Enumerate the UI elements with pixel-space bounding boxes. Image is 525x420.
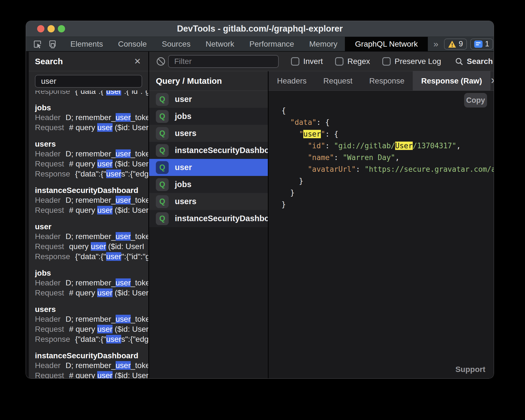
search-input[interactable] <box>35 75 142 88</box>
json-token: " <box>321 130 325 138</box>
query-row-users[interactable]: Qusers <box>149 125 268 142</box>
minimize-window-button[interactable] <box>47 25 55 32</box>
toolbar-search[interactable]: Search <box>455 57 493 66</box>
inspect-element-icon[interactable] <box>33 39 42 49</box>
search-result-line[interactable]: HeaderD; remember_user_token=e <box>35 149 148 159</box>
messages-badge[interactable]: 1 <box>470 39 493 50</box>
json-line: } <box>281 175 494 187</box>
json-line: "id": "gid://gitlab/User/13704317", <box>281 140 494 152</box>
result-text: ($id: UserI <box>113 159 148 168</box>
search-result-label: Header <box>35 361 61 370</box>
filter-toolbar: Invert Regex Preserve Log <box>149 52 494 71</box>
query-row-user[interactable]: Quser <box>149 91 268 108</box>
search-result-line[interactable]: HeaderD; remember_user_token=e <box>35 314 148 324</box>
devtools-tab-strip: ElementsConsoleSourcesNetworkPerformance… <box>26 37 494 52</box>
response-panel-close[interactable]: ✕ <box>490 71 494 90</box>
result-text: _token=e <box>131 232 148 241</box>
json-token: , <box>456 142 461 150</box>
search-result-label: Request <box>35 371 64 378</box>
search-result-line[interactable]: HeaderD; remember_user_token=e <box>35 232 148 242</box>
close-window-button[interactable] <box>37 25 44 32</box>
json-match-highlight: user <box>303 130 321 138</box>
search-result-line[interactable]: Response{"data":{"user":{"id":"gid <box>35 252 148 262</box>
query-row-instanceSecurityDashboard[interactable]: QinstanceSecurityDashboard <box>149 210 268 227</box>
result-text: query <box>69 242 91 251</box>
json-token: } <box>281 200 286 209</box>
invert-label: Invert <box>303 57 323 66</box>
query-row-jobs[interactable]: Qjobs <box>149 176 268 193</box>
preserve-log-checkbox[interactable] <box>382 57 391 66</box>
search-result-line[interactable]: HeaderD; remember_user_token=e <box>35 113 148 123</box>
response-tabs: HeadersRequestResponseResponse (Raw) ✕ <box>269 71 494 91</box>
search-result-line[interactable]: Request# query user ($id: UserI <box>35 324 148 334</box>
json-token: "data" <box>290 118 316 127</box>
tab-performance[interactable]: Performance <box>242 37 302 51</box>
response-tab-headers[interactable]: Headers <box>269 71 315 90</box>
json-token: } <box>281 177 303 185</box>
search-result-line[interactable]: Response{"data":{"user":{"id":"gid <box>35 90 148 96</box>
json-token: { <box>325 118 330 127</box>
search-result-line[interactable]: Request# query user ($id: UserI <box>35 123 148 133</box>
query-row-label: users <box>175 129 196 138</box>
tab-graphql-network[interactable]: GraphQL Network <box>345 37 428 51</box>
search-result-line[interactable]: Request# query user ($id: UserI <box>35 205 148 215</box>
query-mutation-panel: Query / Mutation QuserQjobsQusersQinstan… <box>149 71 268 378</box>
device-toolbar-icon[interactable] <box>48 39 57 49</box>
search-result-line[interactable]: HeaderD; remember_user_token=e <box>35 278 148 288</box>
json-token: : <box>356 165 364 173</box>
json-token: , <box>395 153 400 162</box>
message-count: 1 <box>485 40 489 48</box>
query-row-user[interactable]: Quser <box>149 159 268 176</box>
search-result-line[interactable]: Response{"data":{"users":{"edges <box>35 169 148 179</box>
support-link[interactable]: Support <box>455 365 485 374</box>
search-result-line[interactable]: Request# query user ($id: UserI <box>35 371 148 378</box>
regex-checkbox-group: Regex <box>335 57 370 66</box>
json-token: " <box>299 130 304 138</box>
result-text: D; remember_ <box>66 149 116 158</box>
search-result-line[interactable]: HeaderD; remember_user_token=e <box>35 195 148 205</box>
search-result-line[interactable]: HeaderD; remember_user_token=e <box>35 361 148 371</box>
regex-checkbox[interactable] <box>335 57 343 66</box>
json-match-highlight: User <box>395 142 413 150</box>
tab-console[interactable]: Console <box>111 37 154 51</box>
search-result-label: Request <box>35 123 64 132</box>
tab-sources[interactable]: Sources <box>154 37 198 51</box>
result-text: _token=e <box>131 196 148 204</box>
result-text: s":{"edges <box>121 335 148 343</box>
warnings-badge[interactable]: 9 <box>444 39 467 50</box>
tab-memory[interactable]: Memory <box>302 37 345 51</box>
response-tab-response-raw-[interactable]: Response (Raw) <box>413 71 490 90</box>
search-panel-close-icon[interactable]: ✕ <box>134 57 141 66</box>
search-result-label: Request <box>35 325 64 333</box>
query-row-jobs[interactable]: Qjobs <box>149 108 268 125</box>
json-token: : <box>316 118 325 127</box>
query-row-users[interactable]: Qusers <box>149 193 268 210</box>
result-text: _token=e <box>131 361 148 370</box>
zoom-window-button[interactable] <box>58 25 65 32</box>
copy-button[interactable]: Copy <box>464 93 487 108</box>
response-tab-request[interactable]: Request <box>315 71 361 90</box>
main-content: Search ✕ Response{"data":{"user":{"id":"… <box>26 52 494 378</box>
search-result-line[interactable]: Response{"data":{"users":{"edges <box>35 334 148 344</box>
query-mutation-header: Query / Mutation <box>149 71 268 91</box>
tab-elements[interactable]: Elements <box>63 37 111 51</box>
match-highlight: user <box>106 90 121 96</box>
clear-requests-icon[interactable] <box>154 56 168 66</box>
json-line: { <box>281 105 494 116</box>
json-token: "name" <box>308 153 334 162</box>
result-text: {"data":{" <box>75 90 106 96</box>
invert-checkbox[interactable] <box>291 57 299 66</box>
search-result-line[interactable]: Requestquery user ($id: UserI <box>35 242 148 252</box>
tab-network[interactable]: Network <box>198 37 242 51</box>
query-badge-icon: Q <box>156 161 169 174</box>
result-text: ($id: UserI <box>113 123 148 132</box>
more-tabs-chevron[interactable]: » <box>428 37 444 51</box>
query-row-label: instanceSecurityDashboard <box>175 146 268 155</box>
response-tab-response[interactable]: Response <box>361 71 413 90</box>
search-result-line[interactable]: Request# query user ($id: UserI <box>35 288 148 298</box>
result-text: D; remember_ <box>66 361 116 370</box>
filter-input[interactable] <box>168 55 279 68</box>
search-result-line[interactable]: Request# query user ($id: UserI <box>35 159 148 169</box>
match-highlight: user <box>97 371 112 378</box>
query-row-instanceSecurityDashboard[interactable]: QinstanceSecurityDashboard <box>149 142 268 159</box>
